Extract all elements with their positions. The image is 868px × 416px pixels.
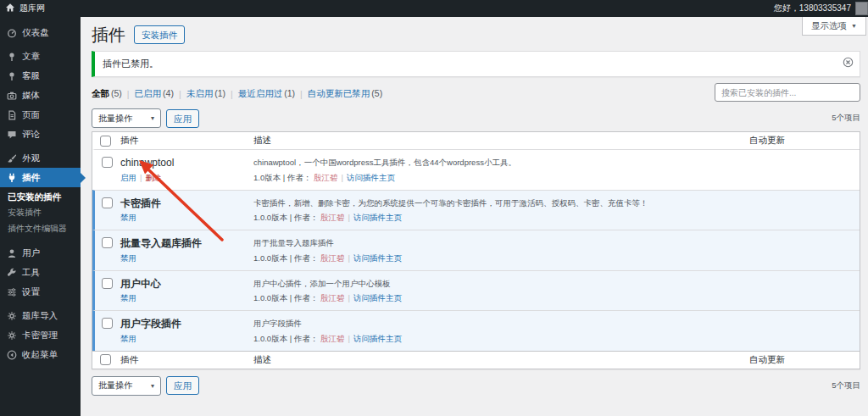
author-link[interactable]: 殷江碧 [320,253,345,263]
row-checkbox[interactable] [102,278,113,289]
sidebar-item-users[interactable]: 用户 [0,243,81,263]
sidebar-item-dashboard[interactable]: 仪表盘 [0,23,81,42]
sidebar-item-question-import[interactable]: 题库导入 [0,306,81,325]
main-content: 显示选项 ▼ 插件 安装插件 插件已禁用。 全部(5) | 已启用(4) | 未… [81,17,868,416]
avatar[interactable] [855,2,868,15]
plugin-homepage-link[interactable]: 访问插件主页 [347,173,395,182]
deactivate-link[interactable]: 禁用 [120,253,136,263]
plugin-name: chinawptool [120,150,253,169]
column-header-description: 描述 [253,135,749,147]
apply-button[interactable]: 应用 [166,109,199,128]
sidebar-item-label: 收起菜单 [22,349,58,361]
sidebar-item-appearance[interactable]: 外观 [0,148,81,168]
sidebar-item-pages[interactable]: 页面 [0,105,81,125]
filter-count: (4) [163,88,174,98]
separator: | [127,89,130,99]
screen-options-button[interactable]: 显示选项 ▼ [802,17,866,36]
author-link[interactable]: 殷江碧 [314,173,338,182]
author-link[interactable]: 殷江碧 [320,213,345,222]
sidebar-item-card-key-management[interactable]: 卡密管理 [0,325,81,345]
plugin-name: 卡密插件 [120,191,253,209]
deactivate-link[interactable]: 禁用 [120,334,136,343]
separator: | [231,89,233,99]
search-plugins-input[interactable] [715,83,860,102]
collapse-icon [7,350,17,360]
pin-icon [7,52,17,62]
wrench-icon [7,268,17,278]
sidebar-item-tools[interactable]: 工具 [0,263,81,282]
bulk-actions-select[interactable]: 批量操作 ▾ [92,376,161,396]
filter-count: (5) [111,88,122,98]
chevron-down-icon: ▾ [151,114,154,122]
admin-greeting[interactable]: 您好，13803335347 [774,3,851,14]
sidebar-item-label: 评论 [22,129,40,141]
plugin-version-author: 1.0.0版本 | 作者： [253,334,318,343]
filter-all[interactable]: 全部 [92,88,109,98]
plugin-homepage-link[interactable]: 访问插件主页 [353,334,402,343]
plugin-homepage-link[interactable]: 访问插件主页 [353,253,402,263]
select-all-checkbox[interactable] [100,136,111,147]
select-all-checkbox[interactable] [100,354,111,365]
page-icon [7,110,17,120]
close-icon [843,57,854,68]
sidebar-item-comments[interactable]: 评论 [0,125,81,144]
sidebar-item-media[interactable]: 媒体 [0,86,81,105]
filter-active[interactable]: 已启用 [135,88,162,98]
column-header-auto-update: 自动更新 [749,354,860,366]
sidebar-item-label: 媒体 [22,90,40,102]
row-checkbox[interactable] [102,157,113,168]
submenu-plugin-editor[interactable]: 插件文件编辑器 [0,221,81,237]
separator: | [140,173,142,182]
table-row: 用户字段插件 禁用 用户字段插件 1.0.0版本 | 作者： 殷江碧|访问插件主… [92,310,860,351]
table-row: chinawptool 启用|删除 chinawptool，一个中国wordpr… [92,149,860,190]
deactivate-link[interactable]: 禁用 [120,293,136,302]
add-plugin-button[interactable]: 安装插件 [134,25,185,44]
row-checkbox[interactable] [102,318,113,329]
tablenav-top: 批量操作 ▾ 应用 5个项目 [92,108,860,128]
separator: | [342,173,343,182]
submenu-add-plugin[interactable]: 安装插件 [0,205,81,221]
plugin-homepage-link[interactable]: 访问插件主页 [353,293,402,302]
pin-icon [7,71,17,81]
submenu-installed-plugins[interactable]: 已安装的插件 [0,189,81,205]
sidebar-item-collapse-menu[interactable]: 收起菜单 [0,345,81,364]
plug-icon [7,173,17,183]
sidebar-item-settings[interactable]: 设置 [0,282,81,302]
bulk-actions-select[interactable]: 批量操作 ▾ [92,108,161,128]
sidebar-item-label: 文章 [22,51,40,63]
sidebar-item-plugins[interactable]: 插件 [0,168,81,187]
filter-recently-active[interactable]: 最近启用过 [238,88,283,98]
delete-link[interactable]: 删除 [145,173,161,182]
author-link[interactable]: 殷江碧 [320,334,345,343]
apply-button[interactable]: 应用 [166,376,199,395]
filter-inactive[interactable]: 未启用 [186,88,214,98]
row-checkbox[interactable] [102,197,113,208]
deactivate-link[interactable]: 禁用 [120,213,136,222]
activate-link[interactable]: 启用 [120,173,136,182]
user-icon [7,248,17,258]
row-checkbox[interactable] [102,237,113,248]
plugin-name: 用户字段插件 [120,311,253,330]
sidebar-item-posts[interactable]: 文章 [0,47,81,66]
admin-bar-site-link[interactable]: 题库网 [0,3,45,14]
filter-auto-update-disabled[interactable]: 自动更新已禁用 [308,88,370,98]
plugin-description: 用于批量导入题库插件 [253,230,741,248]
sidebar-item-label: 卡密管理 [22,330,58,341]
dismiss-notice-button[interactable] [843,57,854,68]
auto-update-cell [749,150,860,190]
sidebar-item-label: 题库导入 [22,310,58,322]
author-link[interactable]: 殷江碧 [320,293,345,302]
sidebar-item-label: 插件 [22,172,40,184]
table-row: 用户中心 禁用 用户中心插件，添加一个用户中心模板 1.0.0版本 | 作者： … [92,270,860,311]
filter-count: (1) [284,88,295,98]
sidebar-item-support[interactable]: 客服 [0,66,81,86]
plugins-table: 插件 描述 自动更新 chinawptool 启用|删除 chinawptool… [92,131,860,369]
tablenav-bottom: 批量操作 ▾ 应用 5个项目 [92,376,860,396]
bulk-actions-label: 批量操作 [98,113,132,125]
plugin-homepage-link[interactable]: 访问插件主页 [353,213,402,222]
separator: | [300,89,303,99]
items-count: 5个项目 [832,380,860,391]
sliders-icon [7,287,17,297]
plugins-submenu: 已安装的插件 安装插件 插件文件编辑器 [0,187,81,239]
camera-icon [7,91,17,101]
